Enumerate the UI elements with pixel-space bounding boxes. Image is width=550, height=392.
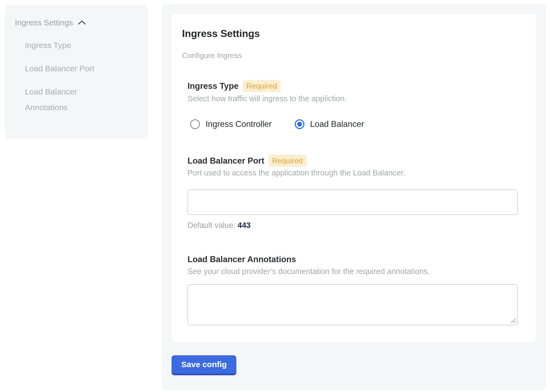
radio-option-label: Load Balancer (310, 119, 364, 129)
lb-annotations-textarea[interactable] (187, 284, 518, 325)
ingress-type-label: Ingress Type (187, 80, 239, 92)
required-badge: Required (269, 155, 306, 167)
lb-port-input[interactable] (187, 190, 518, 215)
default-value-label: Default value: (187, 221, 235, 229)
radio-option-label: Ingress Controller (206, 119, 272, 129)
radio-option-load-balancer[interactable]: Load Balancer (295, 119, 364, 129)
settings-panel: Ingress Settings Configure Ingress Ingre… (162, 4, 546, 390)
ingress-type-description: Select how traffic will ingress to the a… (187, 93, 519, 104)
sidebar-section-label: Ingress Settings (15, 17, 73, 28)
form-sections: Ingress Type Required Select how traffic… (187, 80, 519, 325)
lb-annotations-label: Load Balancer Annotations (187, 254, 296, 265)
page-subtitle: Configure Ingress (182, 51, 519, 60)
chevron-up-icon (78, 20, 86, 25)
resize-handle-icon[interactable] (509, 317, 516, 324)
default-value: 443 (237, 221, 250, 229)
sidebar-nav-list: Ingress Type Load Balancer Port Load Bal… (15, 38, 140, 115)
page-title: Ingress Settings (182, 28, 519, 40)
sidebar-section-toggle[interactable]: Ingress Settings (15, 17, 140, 28)
ingress-settings-card: Ingress Settings Configure Ingress Ingre… (172, 14, 536, 342)
lb-port-heading-row: Load Balancer Port Required (187, 155, 519, 167)
sidebar-item-ingress-type[interactable]: Ingress Type (25, 38, 100, 53)
required-badge: Required (243, 80, 281, 92)
lb-port-description: Port used to access the application thro… (187, 167, 519, 178)
sidebar-item-load-balancer-annotations[interactable]: Load Balancer Annotations (25, 84, 100, 115)
radio-option-ingress-controller[interactable]: Ingress Controller (190, 119, 272, 129)
radio-unselected-icon (190, 119, 200, 129)
radio-selected-icon (295, 119, 304, 129)
lb-annotations-field-wrap (187, 284, 518, 325)
ingress-type-heading-row: Ingress Type Required (187, 80, 519, 92)
settings-nav-sidebar: Ingress Settings Ingress Type Load Balan… (5, 5, 148, 139)
ingress-type-radio-group: Ingress Controller Load Balancer (187, 119, 519, 129)
sidebar-item-load-balancer-port[interactable]: Load Balancer Port (25, 61, 100, 76)
lb-port-default-line: Default value:443 (187, 220, 519, 231)
save-config-button[interactable]: Save config (172, 355, 236, 375)
lb-annotations-description: See your cloud provider’s documentation … (187, 266, 519, 277)
lb-port-label: Load Balancer Port (187, 155, 264, 167)
lb-annotations-heading-row: Load Balancer Annotations (187, 254, 519, 265)
